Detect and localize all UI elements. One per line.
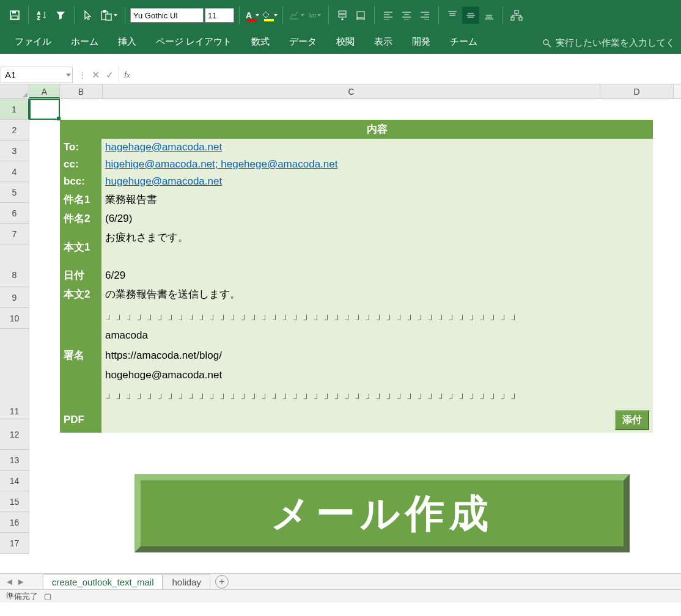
cell-cc[interactable]: higehige@amacoda.net; hegehege@amacoda.n… xyxy=(101,156,653,173)
row-height-icon[interactable] xyxy=(334,7,351,24)
row-header[interactable]: 14 xyxy=(0,471,29,491)
row-header[interactable]: 1 xyxy=(0,99,29,120)
align-right-icon[interactable] xyxy=(416,7,433,24)
label-subject1[interactable]: 件名1 xyxy=(60,190,101,209)
cursor-icon[interactable] xyxy=(79,7,97,24)
row-header[interactable]: 9 xyxy=(0,287,29,308)
cell-subject1[interactable]: 業務報告書 xyxy=(101,190,653,209)
new-sheet-button[interactable]: + xyxy=(215,575,229,588)
tab-dev[interactable]: 開発 xyxy=(403,31,439,54)
attach-button[interactable]: 添付 xyxy=(615,410,649,430)
cell-body1[interactable]: お疲れさまです。 xyxy=(101,228,653,266)
row-header[interactable]: 17 xyxy=(0,533,29,554)
svg-rect-8 xyxy=(339,11,346,13)
label-to[interactable]: To: xyxy=(60,139,101,156)
label-date[interactable]: 日付 xyxy=(60,266,101,285)
col-width-icon[interactable] xyxy=(352,7,369,24)
font-size-select[interactable] xyxy=(205,8,234,23)
macro-record-icon[interactable]: ▢ xyxy=(44,592,51,601)
tab-review[interactable]: 校閲 xyxy=(328,31,363,54)
row-header[interactable]: 12 xyxy=(0,419,29,450)
hierarchy-icon[interactable] xyxy=(508,7,525,24)
row-header[interactable]: 6 xyxy=(0,203,29,224)
row-header[interactable]: 2 xyxy=(0,120,29,141)
col-header-A[interactable]: A xyxy=(29,84,60,98)
row-header[interactable]: 13 xyxy=(0,450,29,471)
table-header-content[interactable]: 内容 xyxy=(101,120,653,139)
font-color-button[interactable]: A xyxy=(245,8,260,23)
row-header[interactable]: 3 xyxy=(0,141,29,161)
limit-icon: lim xyxy=(306,7,323,24)
svg-rect-7 xyxy=(106,14,111,20)
col-header-D[interactable]: D xyxy=(600,84,674,98)
select-all-corner[interactable] xyxy=(0,84,29,98)
sheet-nav-prev-icon[interactable]: ◄ xyxy=(5,576,14,587)
col-header-B[interactable]: B xyxy=(60,84,103,98)
fill-color-button[interactable] xyxy=(262,8,278,23)
create-mail-button[interactable]: メール作成 xyxy=(134,474,630,552)
row-header[interactable]: 4 xyxy=(0,161,29,182)
paste-icon[interactable] xyxy=(98,7,120,24)
filter-icon[interactable] xyxy=(52,7,69,24)
sheet-tab-other[interactable]: holiday xyxy=(163,574,210,589)
tab-team[interactable]: チーム xyxy=(441,31,486,54)
align-top-icon[interactable] xyxy=(444,7,461,24)
align-center-icon[interactable] xyxy=(398,7,415,24)
row-header[interactable]: 16 xyxy=(0,512,29,533)
align-left-icon[interactable] xyxy=(380,7,397,24)
svg-rect-10 xyxy=(357,12,364,18)
cell-to[interactable]: hagehage@amacoda.net xyxy=(101,139,653,156)
align-middle-icon[interactable] xyxy=(462,7,479,24)
sort-icon[interactable]: AZ xyxy=(34,7,51,24)
tab-data[interactable]: データ xyxy=(281,31,325,54)
ribbon-tabs: ファイル ホーム 挿入 ページ レイアウト 数式 データ 校閲 表示 開発 チー… xyxy=(0,31,681,54)
label-cc[interactable]: cc: xyxy=(60,156,101,173)
label-pdf[interactable]: PDF xyxy=(60,407,101,433)
svg-rect-11 xyxy=(515,10,518,13)
row-header[interactable]: 5 xyxy=(0,182,29,203)
formula-input[interactable] xyxy=(135,66,681,84)
svg-text:A: A xyxy=(37,11,40,15)
label-body2[interactable]: 本文2 xyxy=(60,285,101,304)
svg-rect-12 xyxy=(511,17,514,20)
row-header[interactable]: 10 xyxy=(0,308,29,329)
label-body1[interactable]: 本文1 xyxy=(60,228,101,266)
svg-rect-6 xyxy=(103,10,106,12)
cell-body2[interactable]: の業務報告書を送信します。 xyxy=(101,285,653,304)
v-align-group xyxy=(444,7,498,24)
label-signature[interactable]: 署名 xyxy=(60,304,101,407)
tab-layout[interactable]: ページ レイアウト xyxy=(147,31,240,54)
cancel-formula-icon[interactable]: ✕ xyxy=(92,69,100,81)
tab-file[interactable]: ファイル xyxy=(6,31,60,54)
enter-formula-icon[interactable]: ✓ xyxy=(106,69,114,81)
tell-me-search[interactable]: 実行したい作業を入力してく xyxy=(542,37,675,54)
row-header[interactable]: 11 xyxy=(0,329,29,419)
sheet-nav-next-icon[interactable]: ► xyxy=(17,576,26,587)
align-bottom-icon[interactable] xyxy=(480,7,498,24)
tab-insert[interactable]: 挿入 xyxy=(109,31,145,54)
expand-dots-icon[interactable]: ⋮ xyxy=(78,70,86,80)
label-bcc[interactable]: bcc: xyxy=(60,173,101,190)
svg-rect-9 xyxy=(339,15,346,17)
save-icon[interactable] xyxy=(6,7,23,24)
cell-signature[interactable]: 」」」」」」」」」」」」」」」」」」」」」」」」」」」」」」」」」」」」」」」」… xyxy=(101,304,653,407)
row-header[interactable]: 8 xyxy=(0,244,29,287)
cell-pdf[interactable]: 添付 xyxy=(101,407,653,433)
active-cell[interactable] xyxy=(29,99,60,120)
cell-bcc[interactable]: hugehuge@amacoda.net xyxy=(101,173,653,190)
tab-home[interactable]: ホーム xyxy=(62,31,107,54)
label-subject2[interactable]: 件名2 xyxy=(60,209,101,228)
sheet-tab-active[interactable]: create_outlook_text_mail xyxy=(43,574,163,589)
fx-icon[interactable]: fx xyxy=(119,66,135,84)
col-header-C[interactable]: C xyxy=(103,84,600,98)
tab-view[interactable]: 表示 xyxy=(366,31,401,54)
name-box[interactable]: A1 xyxy=(1,67,73,83)
cell-subject2[interactable]: (6/29) xyxy=(101,209,653,228)
row-header[interactable]: 7 xyxy=(0,224,29,244)
font-name-select[interactable] xyxy=(130,8,204,23)
cell-date[interactable]: 6/29 xyxy=(101,266,653,285)
status-text: 準備完了 xyxy=(6,591,38,602)
svg-point-14 xyxy=(543,40,548,45)
tab-formula[interactable]: 数式 xyxy=(243,31,278,54)
row-header[interactable]: 15 xyxy=(0,491,29,512)
